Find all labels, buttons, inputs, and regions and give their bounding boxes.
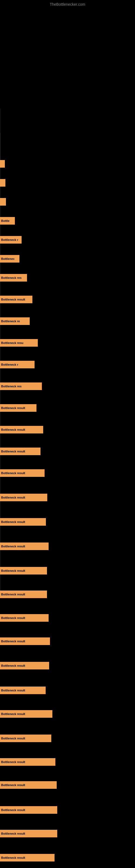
result-bar-16: Bottleneck result (0, 469, 45, 477)
result-bar-19: Bottleneck result (0, 542, 49, 550)
result-bar-18: Bottleneck result (0, 518, 46, 526)
result-bar-1 (0, 160, 5, 167)
site-title: TheBottlenecker.com (50, 2, 85, 6)
result-bar-13: Bottleneck result (0, 404, 37, 412)
result-bar-24: Bottleneck result (0, 662, 49, 670)
result-bar-14: Bottleneck result (0, 426, 43, 433)
result-bar-12: Bottleneck res (0, 382, 42, 390)
result-bar-6: Bottlenec (0, 255, 19, 262)
result-bar-7: Bottleneck res (0, 274, 27, 282)
result-bar-31: Bottleneck result (0, 830, 57, 837)
result-bar-32: Bottleneck result (0, 854, 54, 862)
result-bar-5: Bottleneck r (0, 236, 21, 244)
result-bar-2 (0, 179, 5, 187)
result-bar-9: Bottleneck re (0, 317, 30, 325)
result-bar-3 (0, 198, 6, 206)
result-bar-4: Bottle (0, 217, 15, 225)
result-bar-10: Bottleneck resu (0, 339, 38, 347)
result-bar-30: Bottleneck result (0, 806, 57, 814)
result-bar-28: Bottleneck result (0, 758, 55, 766)
axis-line-2 (0, 133, 0, 160)
result-bar-26: Bottleneck result (0, 710, 52, 718)
result-bar-15: Bottleneck result (0, 447, 41, 455)
result-bar-29: Bottleneck result (0, 781, 57, 789)
result-bar-25: Bottleneck result (0, 686, 46, 694)
result-bar-22: Bottleneck result (0, 614, 49, 622)
result-bar-20: Bottleneck result (0, 567, 47, 575)
result-bar-17: Bottleneck result (0, 494, 47, 501)
result-bar-11: Bottleneck r (0, 361, 35, 368)
result-bar-21: Bottleneck result (0, 590, 47, 598)
result-bar-8: Bottleneck result (0, 296, 32, 303)
result-bar-27: Bottleneck result (0, 735, 51, 742)
result-bar-23: Bottleneck result (0, 638, 50, 645)
